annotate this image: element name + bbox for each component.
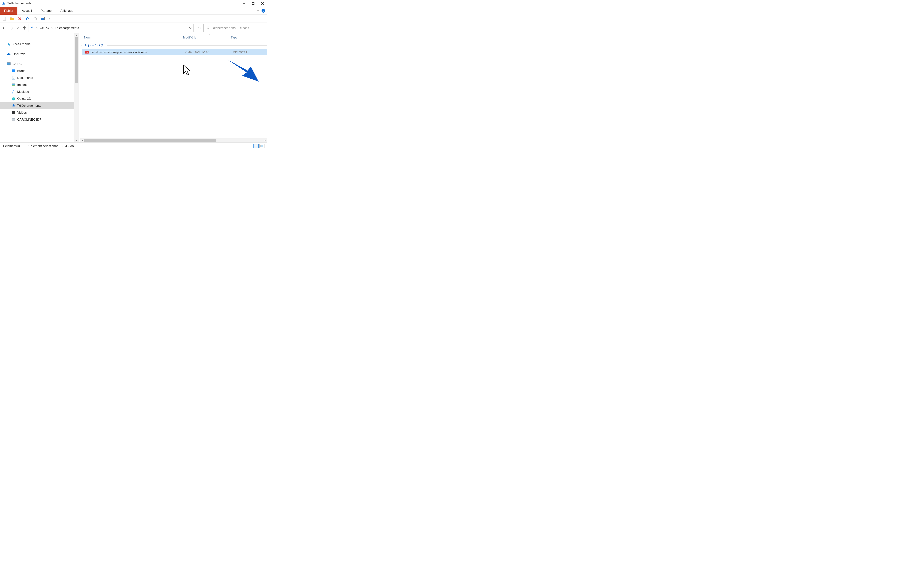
downloads-icon [30, 26, 34, 30]
delete-icon[interactable] [17, 16, 23, 21]
sidebar-item-music[interactable]: Musique [0, 88, 74, 95]
window-title: Téléchargements [7, 2, 31, 5]
titlebar: Téléchargements [0, 0, 267, 7]
undo-icon[interactable] [25, 16, 30, 21]
sidebar-item-onedrive[interactable]: OneDrive [0, 50, 74, 58]
cloud-icon [7, 52, 11, 56]
horizontal-scrollbar[interactable] [80, 138, 267, 142]
sidebar-item-quick-access[interactable]: Accès rapide [0, 41, 74, 48]
scroll-left-icon[interactable] [80, 138, 84, 142]
svg-rect-8 [41, 18, 44, 19]
new-folder-icon[interactable] [10, 16, 15, 21]
scrollbar-thumb[interactable] [84, 139, 217, 142]
sort-indicator-icon: ⌄ [209, 33, 210, 35]
search-placeholder: Rechercher dans : Télécha... [212, 26, 252, 30]
maximize-button[interactable] [249, 0, 258, 7]
scroll-down-icon[interactable] [74, 138, 78, 142]
downloads-icon [12, 104, 15, 108]
svg-rect-28 [12, 85, 15, 86]
sidebar-label: Ce PC [13, 62, 22, 66]
sidebar-item-videos[interactable]: Vidéos [0, 109, 74, 116]
status-size: 3,35 Mo [63, 144, 74, 148]
column-header-name[interactable]: Nom [84, 33, 183, 42]
back-button[interactable] [2, 25, 7, 31]
navigation-bar: ❯ Ce PC ❯ Téléchargements Rechercher dan… [0, 23, 267, 33]
sidebar-item-desktop[interactable]: Bureau [0, 68, 74, 74]
sidebar-item-downloads[interactable]: Téléchargements [0, 102, 74, 109]
window-controls [239, 0, 267, 7]
properties-icon[interactable] [2, 16, 7, 21]
sidebar-scrollbar[interactable] [74, 33, 78, 142]
sidebar-label: Objets 3D [17, 97, 31, 101]
divider [24, 144, 24, 148]
file-row[interactable]: PDF prendre-rendez-vous-pour-une-vaccina… [82, 49, 267, 55]
column-headers: Nom Modifié le Type ⌄ [79, 33, 267, 42]
scroll-up-icon[interactable] [74, 33, 78, 37]
navigation-pane: Accès rapide OneDrive Ce PC Bureau Docum… [0, 33, 79, 142]
tab-home[interactable]: Accueil [18, 7, 36, 15]
sidebar-item-this-pc[interactable]: Ce PC [0, 60, 74, 68]
svg-rect-30 [13, 107, 15, 107]
forward-button[interactable] [8, 25, 14, 31]
sidebar-item-images[interactable]: Images [0, 81, 74, 88]
help-icon[interactable]: ? [262, 9, 265, 13]
sidebar-label: CAROLINEC3D7 [17, 118, 41, 121]
sidebar-item-computer[interactable]: CAROLINEC3D7 [0, 116, 74, 123]
file-list-pane: Nom Modifié le Type ⌄ Aujourd'hui (1) PD… [79, 33, 267, 142]
sidebar-label: Images [17, 83, 27, 87]
thumbnails-view-button[interactable] [259, 144, 264, 148]
breadcrumb-current[interactable]: Téléchargements [55, 26, 79, 30]
details-view-button[interactable] [254, 144, 259, 148]
svg-rect-19 [7, 63, 10, 65]
up-button[interactable] [22, 25, 27, 31]
svg-rect-42 [260, 145, 263, 147]
status-selection: 1 élément sélectionné [28, 144, 58, 148]
minimize-button[interactable] [239, 0, 249, 7]
qat-customize-icon[interactable] [48, 16, 51, 21]
images-icon [12, 83, 15, 87]
address-bar[interactable]: ❯ Ce PC ❯ Téléchargements [28, 24, 194, 32]
pdf-icon: PDF [85, 50, 89, 53]
sidebar-label: OneDrive [13, 52, 26, 56]
sidebar-label: Bureau [17, 69, 27, 73]
column-header-modified[interactable]: Modifié le [183, 33, 231, 42]
tab-share[interactable]: Partage [36, 7, 56, 15]
file-modified: 23/07/2021 12:48 [183, 50, 231, 54]
svg-rect-33 [15, 111, 15, 114]
svg-rect-21 [12, 69, 15, 73]
tab-file[interactable]: Fichier [0, 7, 18, 15]
ribbon-expand-icon[interactable] [257, 9, 260, 13]
sidebar-label: Vidéos [17, 111, 27, 115]
address-dropdown-icon[interactable] [189, 27, 192, 30]
chevron-down-icon [80, 44, 83, 47]
cube-icon [12, 97, 15, 101]
sidebar-label: Accès rapide [13, 42, 31, 46]
document-icon [12, 76, 15, 80]
tab-view[interactable]: Affichage [56, 7, 78, 15]
music-icon [12, 90, 15, 94]
ribbon-tabs: Fichier Accueil Partage Affichage ? [0, 7, 267, 15]
status-bar: 1 élément(s) 1 élément sélectionné 3,35 … [0, 142, 267, 149]
chevron-right-icon[interactable]: ❯ [36, 27, 38, 29]
svg-rect-20 [8, 65, 10, 65]
svg-rect-27 [12, 84, 15, 85]
sidebar-item-documents[interactable]: Documents [0, 74, 74, 81]
file-type: Microsoft E [231, 50, 267, 54]
chevron-right-icon[interactable]: ❯ [51, 27, 53, 29]
scrollbar-thumb[interactable] [74, 37, 78, 83]
sidebar-item-3d-objects[interactable]: Objets 3D [0, 95, 74, 102]
refresh-button[interactable] [195, 24, 204, 32]
scroll-right-icon[interactable] [263, 138, 267, 142]
recent-locations-button[interactable] [15, 25, 21, 31]
video-icon [12, 111, 15, 115]
redo-icon[interactable] [32, 16, 38, 21]
breadcrumb-root[interactable]: Ce PC [40, 26, 49, 30]
file-name: prendre-rendez-vous-pour-une-vaccination… [91, 50, 149, 54]
column-header-type[interactable]: Type [231, 33, 267, 42]
status-item-count: 1 élément(s) [3, 144, 20, 148]
group-header-today[interactable]: Aujourd'hui (1) [79, 42, 267, 49]
rename-icon[interactable] [40, 16, 45, 21]
close-button[interactable] [258, 0, 267, 7]
svg-rect-16 [31, 29, 33, 29]
search-input[interactable]: Rechercher dans : Télécha... [205, 24, 265, 32]
